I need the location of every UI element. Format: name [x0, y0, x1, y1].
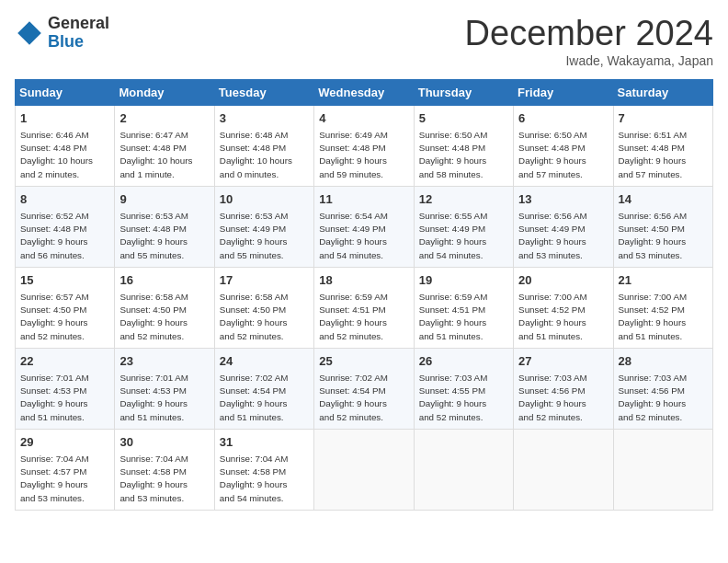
day-number: 19 [419, 272, 508, 289]
calendar-cell: 1Sunrise: 6:46 AMSunset: 4:48 PMDaylight… [16, 105, 115, 186]
day-info: Sunrise: 6:56 AMSunset: 4:49 PMDaylight:… [518, 210, 608, 262]
page-header: General Blue December 2024 Iwade, Wakaya… [15, 15, 713, 68]
calendar-cell: 2Sunrise: 6:47 AMSunset: 4:48 PMDaylight… [115, 105, 214, 186]
logo-icon [15, 18, 44, 48]
calendar-week-4: 22Sunrise: 7:01 AMSunset: 4:53 PMDayligh… [16, 348, 713, 429]
day-number: 28 [619, 353, 708, 370]
day-info: Sunrise: 6:56 AMSunset: 4:50 PMDaylight:… [619, 210, 708, 262]
day-info: Sunrise: 7:01 AMSunset: 4:53 PMDaylight:… [119, 372, 209, 424]
day-number: 10 [220, 191, 309, 208]
day-info: Sunrise: 7:04 AMSunset: 4:57 PMDaylight:… [20, 453, 109, 505]
day-info: Sunrise: 6:46 AMSunset: 4:48 PMDaylight:… [20, 129, 109, 181]
calendar-cell: 30Sunrise: 7:04 AMSunset: 4:58 PMDayligh… [115, 429, 214, 510]
day-of-week-thursday: Thursday [414, 79, 513, 105]
day-number: 4 [319, 110, 408, 127]
calendar-cell: 13Sunrise: 6:56 AMSunset: 4:49 PMDayligh… [514, 186, 613, 267]
calendar-cell: 18Sunrise: 6:59 AMSunset: 4:51 PMDayligh… [314, 267, 414, 348]
day-number: 12 [419, 191, 508, 208]
day-number: 3 [220, 110, 309, 127]
day-number: 25 [319, 353, 408, 370]
day-info: Sunrise: 6:48 AMSunset: 4:48 PMDaylight:… [220, 129, 309, 181]
day-of-week-tuesday: Tuesday [214, 79, 313, 105]
day-of-week-friday: Friday [514, 79, 613, 105]
calendar-cell: 26Sunrise: 7:03 AMSunset: 4:55 PMDayligh… [414, 348, 513, 429]
calendar-week-2: 8Sunrise: 6:52 AMSunset: 4:48 PMDaylight… [16, 186, 713, 267]
calendar-cell: 24Sunrise: 7:02 AMSunset: 4:54 PMDayligh… [214, 348, 313, 429]
day-number: 26 [419, 353, 508, 370]
day-info: Sunrise: 7:03 AMSunset: 4:55 PMDaylight:… [419, 372, 508, 424]
calendar-cell: 29Sunrise: 7:04 AMSunset: 4:57 PMDayligh… [16, 429, 115, 510]
day-info: Sunrise: 7:03 AMSunset: 4:56 PMDaylight:… [518, 372, 608, 424]
day-of-week-saturday: Saturday [613, 79, 712, 105]
day-info: Sunrise: 6:47 AMSunset: 4:48 PMDaylight:… [119, 129, 209, 181]
calendar-cell: 27Sunrise: 7:03 AMSunset: 4:56 PMDayligh… [514, 348, 613, 429]
calendar-cell: 14Sunrise: 6:56 AMSunset: 4:50 PMDayligh… [613, 186, 712, 267]
calendar-cell: 6Sunrise: 6:50 AMSunset: 4:48 PMDaylight… [514, 105, 613, 186]
day-info: Sunrise: 6:51 AMSunset: 4:48 PMDaylight:… [619, 129, 708, 181]
calendar-cell: 22Sunrise: 7:01 AMSunset: 4:53 PMDayligh… [16, 348, 115, 429]
logo-blue: Blue [48, 33, 109, 52]
month-title: December 2024 [465, 15, 713, 53]
day-number: 18 [319, 272, 408, 289]
calendar-cell: 31Sunrise: 7:04 AMSunset: 4:58 PMDayligh… [214, 429, 313, 510]
location-subtitle: Iwade, Wakayama, Japan [465, 53, 713, 68]
svg-marker-0 [17, 21, 41, 45]
day-info: Sunrise: 6:53 AMSunset: 4:48 PMDaylight:… [119, 210, 209, 262]
day-info: Sunrise: 6:50 AMSunset: 4:48 PMDaylight:… [518, 129, 608, 181]
day-info: Sunrise: 7:01 AMSunset: 4:53 PMDaylight:… [20, 372, 109, 424]
day-number: 16 [119, 272, 209, 289]
day-info: Sunrise: 7:00 AMSunset: 4:52 PMDaylight:… [518, 291, 608, 343]
day-info: Sunrise: 7:02 AMSunset: 4:54 PMDaylight:… [319, 372, 408, 424]
day-number: 31 [220, 434, 309, 451]
day-info: Sunrise: 7:04 AMSunset: 4:58 PMDaylight:… [220, 453, 309, 505]
calendar-cell: 7Sunrise: 6:51 AMSunset: 4:48 PMDaylight… [613, 105, 712, 186]
calendar-table: SundayMondayTuesdayWednesdayThursdayFrid… [15, 79, 713, 511]
day-number: 2 [119, 110, 209, 127]
day-number: 22 [20, 353, 109, 370]
calendar-cell [514, 429, 613, 510]
calendar-cell: 17Sunrise: 6:58 AMSunset: 4:50 PMDayligh… [214, 267, 313, 348]
day-number: 14 [619, 191, 708, 208]
calendar-cell: 16Sunrise: 6:58 AMSunset: 4:50 PMDayligh… [115, 267, 214, 348]
day-info: Sunrise: 6:50 AMSunset: 4:48 PMDaylight:… [419, 129, 508, 181]
day-info: Sunrise: 6:55 AMSunset: 4:49 PMDaylight:… [419, 210, 508, 262]
calendar-cell: 20Sunrise: 7:00 AMSunset: 4:52 PMDayligh… [514, 267, 613, 348]
day-number: 24 [220, 353, 309, 370]
day-info: Sunrise: 6:58 AMSunset: 4:50 PMDaylight:… [220, 291, 309, 343]
day-number: 13 [518, 191, 608, 208]
day-header-row: SundayMondayTuesdayWednesdayThursdayFrid… [16, 79, 713, 105]
calendar-cell [414, 429, 513, 510]
calendar-cell: 21Sunrise: 7:00 AMSunset: 4:52 PMDayligh… [613, 267, 712, 348]
day-of-week-sunday: Sunday [16, 79, 115, 105]
calendar-cell: 9Sunrise: 6:53 AMSunset: 4:48 PMDaylight… [115, 186, 214, 267]
day-of-week-monday: Monday [115, 79, 214, 105]
calendar-cell: 5Sunrise: 6:50 AMSunset: 4:48 PMDaylight… [414, 105, 513, 186]
logo-general: General [48, 15, 109, 33]
day-number: 23 [119, 353, 209, 370]
logo: General Blue [15, 15, 109, 52]
calendar-cell: 4Sunrise: 6:49 AMSunset: 4:48 PMDaylight… [314, 105, 414, 186]
day-info: Sunrise: 6:58 AMSunset: 4:50 PMDaylight:… [119, 291, 209, 343]
calendar-cell: 3Sunrise: 6:48 AMSunset: 4:48 PMDaylight… [214, 105, 313, 186]
calendar-cell: 10Sunrise: 6:53 AMSunset: 4:49 PMDayligh… [214, 186, 313, 267]
day-number: 9 [119, 191, 209, 208]
day-info: Sunrise: 7:00 AMSunset: 4:52 PMDaylight:… [619, 291, 708, 343]
day-number: 5 [419, 110, 508, 127]
day-number: 7 [619, 110, 708, 127]
day-info: Sunrise: 6:54 AMSunset: 4:49 PMDaylight:… [319, 210, 408, 262]
calendar-cell [314, 429, 414, 510]
day-number: 1 [20, 110, 109, 127]
calendar-body: 1Sunrise: 6:46 AMSunset: 4:48 PMDaylight… [16, 105, 713, 510]
calendar-cell: 25Sunrise: 7:02 AMSunset: 4:54 PMDayligh… [314, 348, 414, 429]
day-info: Sunrise: 6:52 AMSunset: 4:48 PMDaylight:… [20, 210, 109, 262]
day-info: Sunrise: 7:03 AMSunset: 4:56 PMDaylight:… [619, 372, 708, 424]
day-info: Sunrise: 6:49 AMSunset: 4:48 PMDaylight:… [319, 129, 408, 181]
day-number: 20 [518, 272, 608, 289]
day-info: Sunrise: 6:57 AMSunset: 4:50 PMDaylight:… [20, 291, 109, 343]
logo-text: General Blue [48, 15, 109, 52]
calendar-week-5: 29Sunrise: 7:04 AMSunset: 4:57 PMDayligh… [16, 429, 713, 510]
day-number: 6 [518, 110, 608, 127]
calendar-cell: 19Sunrise: 6:59 AMSunset: 4:51 PMDayligh… [414, 267, 513, 348]
calendar-week-1: 1Sunrise: 6:46 AMSunset: 4:48 PMDaylight… [16, 105, 713, 186]
day-number: 21 [619, 272, 708, 289]
